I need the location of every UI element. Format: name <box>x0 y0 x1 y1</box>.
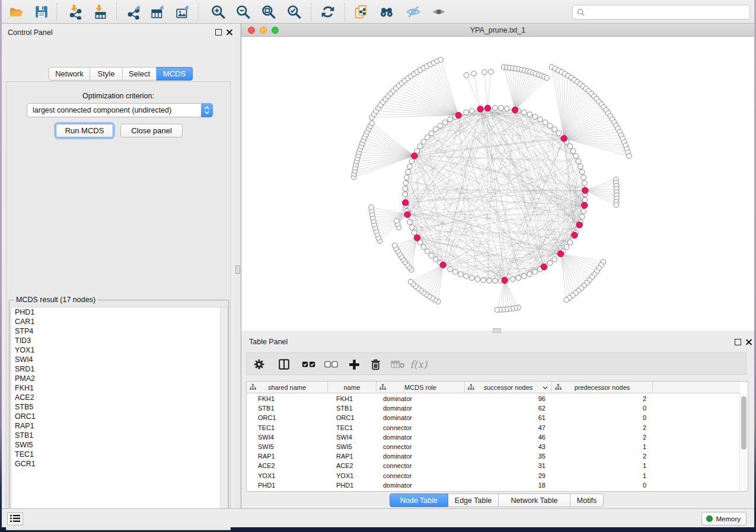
zoom-in-button[interactable] <box>208 2 228 21</box>
criterion-dropdown[interactable]: largest connected component (undirected) <box>27 103 213 117</box>
network-mcds-hub-node[interactable] <box>484 105 490 111</box>
network-node[interactable] <box>406 169 411 175</box>
mcds-result-list[interactable]: PHD1CAR1STP4TID3YOX1SWI4SRD1PMA2FKH1ACE2… <box>11 307 228 519</box>
network-mcds-hub-node[interactable] <box>582 187 588 193</box>
network-mcds-hub-node[interactable] <box>512 107 518 113</box>
network-node[interactable] <box>425 249 430 254</box>
network-node[interactable] <box>469 275 474 281</box>
network-node[interactable] <box>573 153 579 159</box>
first-neighbors-button[interactable] <box>377 2 397 21</box>
mcds-result-item[interactable]: STB5 <box>11 402 227 412</box>
delete-column-button[interactable] <box>366 356 384 373</box>
show-all-button[interactable] <box>429 2 449 21</box>
export-table-button[interactable] <box>148 2 168 21</box>
network-node[interactable] <box>547 123 553 129</box>
table-scrollbar-thumb[interactable] <box>741 396 747 450</box>
splitter-handle[interactable] <box>235 265 240 274</box>
table-row[interactable]: PHD1PHD1dominator180 <box>247 480 740 490</box>
tab-node-table[interactable]: Node Table <box>390 493 448 507</box>
float-window-icon[interactable] <box>215 29 222 36</box>
network-node[interactable] <box>527 272 532 277</box>
mcds-result-item[interactable]: FKH1 <box>11 383 227 393</box>
close-table-panel-icon[interactable] <box>745 338 752 345</box>
tab-network[interactable]: Network <box>49 67 90 81</box>
column-header-shared-name[interactable]: shared name <box>247 382 328 393</box>
mcds-result-item[interactable]: GCR1 <box>11 459 227 469</box>
network-leaf-node[interactable] <box>369 121 375 126</box>
network-node[interactable] <box>433 257 438 262</box>
mcds-result-item[interactable]: TID3 <box>11 336 227 345</box>
network-mcds-hub-node[interactable] <box>414 235 420 241</box>
network-node[interactable] <box>516 275 521 281</box>
refresh-view-button[interactable] <box>318 2 338 21</box>
hide-selected-button[interactable] <box>403 2 423 21</box>
mcds-result-item[interactable]: STB1 <box>11 431 227 440</box>
network-node[interactable] <box>543 120 548 125</box>
table-settings-button[interactable] <box>250 356 268 373</box>
column-header-predecessor-nodes[interactable]: predecessor nodes <box>552 382 653 393</box>
table-row[interactable]: ACE2ACE2connector311 <box>247 461 740 470</box>
network-node[interactable] <box>425 134 430 140</box>
network-node[interactable] <box>429 130 434 136</box>
table-row[interactable]: SWI4SWI4dominator462 <box>247 432 740 442</box>
network-leaf-node[interactable] <box>627 153 632 159</box>
zoom-out-button[interactable] <box>233 2 253 21</box>
network-node[interactable] <box>493 278 498 284</box>
mcds-result-item[interactable]: ORC1 <box>11 412 227 421</box>
network-node[interactable] <box>582 181 587 186</box>
network-node[interactable] <box>403 181 409 186</box>
network-node[interactable] <box>564 245 569 250</box>
network-node[interactable] <box>527 112 532 117</box>
network-node[interactable] <box>538 117 543 122</box>
network-node[interactable] <box>505 106 510 111</box>
network-node[interactable] <box>403 186 408 191</box>
import-table-button[interactable] <box>90 2 110 21</box>
tab-select[interactable]: Select <box>123 67 157 81</box>
tab-mcds[interactable]: MCDS <box>157 67 193 81</box>
network-node[interactable] <box>412 230 417 235</box>
tab-network-table[interactable]: Network Table <box>499 493 570 507</box>
network-node[interactable] <box>499 105 504 111</box>
network-node[interactable] <box>487 278 492 283</box>
network-node[interactable] <box>567 144 573 149</box>
open-file-button[interactable] <box>6 2 26 21</box>
network-leaf-node[interactable] <box>564 297 569 303</box>
table-row[interactable]: ORC1ORC1dominator610 <box>247 413 740 422</box>
network-mcds-hub-node[interactable] <box>557 251 563 257</box>
search-input[interactable] <box>588 8 745 17</box>
network-node[interactable] <box>481 277 486 283</box>
network-mcds-hub-node[interactable] <box>440 262 446 268</box>
network-leaf-node[interactable] <box>488 69 493 75</box>
network-node[interactable] <box>407 220 413 225</box>
network-node[interactable] <box>547 261 553 266</box>
close-panel-button[interactable]: Close panel <box>120 124 183 137</box>
network-mcds-hub-node[interactable] <box>582 202 588 208</box>
network-node[interactable] <box>409 159 414 164</box>
clone-network-button[interactable] <box>351 2 371 21</box>
network-node[interactable] <box>404 175 410 180</box>
network-mcds-hub-node[interactable] <box>455 112 461 118</box>
deselect-all-rows-button[interactable] <box>323 356 340 373</box>
memory-button[interactable]: Memory <box>701 512 747 525</box>
table-row[interactable]: YOX1YOX1connector291 <box>247 471 740 480</box>
run-mcds-button[interactable]: Run MCDS <box>56 124 113 137</box>
network-node[interactable] <box>409 225 414 230</box>
network-leaf-node[interactable] <box>438 57 444 63</box>
network-mcds-hub-node[interactable] <box>572 232 578 238</box>
table-row[interactable]: STB1STB1dominator620 <box>247 403 740 413</box>
network-node[interactable] <box>452 270 458 275</box>
network-node[interactable] <box>458 272 464 277</box>
function-builder-button[interactable]: f(x) <box>407 356 430 373</box>
network-node[interactable] <box>429 253 434 258</box>
zoom-fit-button[interactable] <box>259 2 279 21</box>
mcds-result-item[interactable]: RAP1 <box>11 421 227 431</box>
show-panels-button[interactable] <box>7 512 23 525</box>
mcds-result-item[interactable]: PMA2 <box>11 374 227 383</box>
network-mcds-hub-node[interactable] <box>404 211 410 217</box>
network-node[interactable] <box>442 120 448 125</box>
float-table-panel-icon[interactable] <box>735 339 741 345</box>
vertical-splitter[interactable] <box>235 24 241 508</box>
network-mcds-hub-node[interactable] <box>541 264 547 270</box>
network-mcds-hub-node[interactable] <box>502 277 508 283</box>
table-row[interactable]: FKH1FKH1dominator962 <box>247 394 740 403</box>
